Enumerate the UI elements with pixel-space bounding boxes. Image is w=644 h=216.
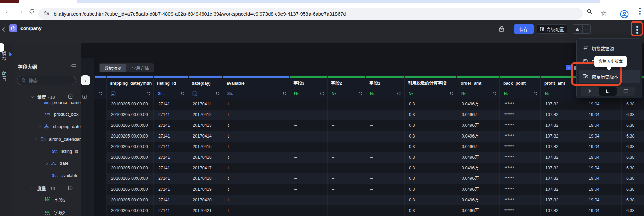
- column-header[interactable]: [94, 75, 107, 99]
- column-header[interactable]: order_amt№: [457, 75, 500, 99]
- table-cell: –: [366, 184, 405, 195]
- search-placeholder: 搜索: [29, 77, 38, 84]
- column-header[interactable]: 字段1№: [366, 75, 405, 99]
- column-settings-gear-icon[interactable]: [320, 92, 324, 95]
- column-settings-gear-icon[interactable]: [181, 92, 184, 95]
- theme-dark-moon-icon[interactable]: [599, 87, 617, 96]
- column-settings-gear-icon[interactable]: [99, 92, 102, 95]
- reload-icon[interactable]: [29, 8, 35, 16]
- expand-add-icon[interactable]: [82, 94, 87, 100]
- browser-menu-kebab-icon[interactable]: •••: [639, 7, 641, 15]
- row-gutter-cell: [94, 184, 107, 195]
- batch-edit-icon[interactable]: [68, 94, 73, 99]
- table-cell: 6.38: [622, 205, 644, 216]
- measure-group[interactable]: 度量 · 10: [12, 183, 81, 193]
- vertical-tab-config[interactable]: 配置: [1, 71, 7, 82]
- table-cell: 6.38: [622, 163, 644, 173]
- field-shipping-date[interactable]: shipping_date: [12, 121, 81, 132]
- field-zd3[interactable]: №字段3: [12, 194, 81, 205]
- dimension-group[interactable]: 维度 · 18: [12, 91, 81, 102]
- group-label: 维度 · 18: [37, 93, 55, 100]
- source-table-tab-icon: [41, 137, 46, 141]
- chevron-right-icon[interactable]: [38, 125, 41, 128]
- column-settings-gear-icon[interactable]: [534, 92, 537, 95]
- lock-icon[interactable]: [498, 26, 505, 34]
- table-cell: 20100205 00:00:00: [107, 184, 154, 195]
- chevron-right-icon[interactable]: [45, 161, 48, 165]
- save-button[interactable]: 保存: [514, 24, 534, 34]
- panel-expand-arrow-icon[interactable]: [9, 52, 12, 57]
- row-gutter-cell: [94, 99, 107, 110]
- collapsed-panel-tab[interactable]: [0, 43, 4, 52]
- theme-light-sun-icon[interactable]: [581, 87, 599, 96]
- tab-data-preview[interactable]: 数据预览: [100, 64, 126, 72]
- calendar-icon: [111, 91, 116, 96]
- back-arrow-icon[interactable]: ←: [5, 3, 11, 20]
- bookmark-star-icon[interactable]: ☆: [601, 5, 607, 22]
- column-settings-gear-icon[interactable]: [493, 92, 496, 95]
- search-input[interactable]: 搜索: [17, 76, 76, 85]
- screenshot-root: ← → bi.aliyun.com/cube.htm?cube_id=a7e5a…: [0, 0, 644, 216]
- chevron-down-icon[interactable]: [35, 137, 38, 140]
- table-cell: 19.04: [584, 195, 622, 205]
- chevron-down-icon[interactable]: [583, 25, 590, 33]
- column-settings-gear-icon[interactable]: [397, 92, 401, 95]
- table-cell: 107.82: [541, 205, 584, 216]
- column-header[interactable]: date(day): [188, 75, 223, 99]
- table-cell: 6.38: [622, 120, 644, 131]
- field-date[interactable]: date: [12, 158, 81, 169]
- column-header[interactable]: shipping_date(ymdhms): [107, 75, 154, 99]
- column-header[interactable]: availableStr.: [223, 75, 290, 99]
- table-cell: 20100205 00:00:00: [107, 99, 154, 110]
- column-settings-gear-icon[interactable]: [450, 92, 453, 95]
- column-settings-gear-icon[interactable]: [359, 92, 362, 95]
- table-cell: –: [328, 142, 366, 152]
- chevron-down-icon[interactable]: [31, 95, 35, 98]
- forward-arrow-icon[interactable]: →: [17, 3, 24, 20]
- column-header[interactable]: 字段3№: [290, 75, 328, 99]
- zoom-out-icon[interactable]: [587, 9, 592, 16]
- batch-edit-icon[interactable]: [68, 186, 73, 190]
- column-header[interactable]: listing_idStr.: [154, 75, 188, 99]
- back-chevron-icon[interactable]: [2, 27, 7, 32]
- field-airbnb-calendar[interactable]: airbnb_calendar: [12, 133, 81, 144]
- profile-avatar[interactable]: [620, 10, 629, 20]
- field-label: product_box: [54, 112, 79, 117]
- url-bar[interactable]: bi.aliyun.com/cube.htm?cube_id=a7e5aafb-…: [38, 8, 583, 20]
- table-cell: t: [223, 131, 290, 142]
- column-header[interactable]: back_point№: [500, 75, 541, 99]
- column-name: order_amt: [461, 78, 498, 88]
- column-header[interactable]: 引用脱敏的计算字段№: [405, 75, 457, 99]
- table-cell: –: [328, 131, 366, 142]
- measure-type-icon: №: [45, 210, 50, 215]
- field-product-box[interactable]: Str.product_box: [12, 109, 81, 119]
- site-settings-icon[interactable]: [44, 10, 50, 17]
- column-header[interactable]: 字段2№: [328, 75, 366, 99]
- tab-field-detail[interactable]: 字段详情: [127, 64, 154, 72]
- table-row: 20100205 00:00:002714120170420t–––0.30.0…: [94, 195, 644, 205]
- table-cell: 6.38: [622, 110, 644, 120]
- sidebar-collapse-handle[interactable]: ‹: [81, 75, 90, 85]
- table-cell: 27141: [154, 163, 188, 173]
- table-cell: t: [223, 173, 290, 184]
- collapse-list-icon[interactable]: [70, 64, 76, 70]
- table-cell: 0.0496万: [457, 152, 500, 163]
- string-type-icon: Str.: [45, 112, 51, 116]
- menu-item-switch-datasource[interactable]: 切换数据源: [579, 42, 640, 54]
- field-zd2[interactable]: №字段2: [12, 206, 81, 216]
- field-available[interactable]: Str.available: [12, 170, 81, 181]
- table-cell: 19.04: [584, 120, 622, 131]
- vertical-tab-model[interactable]: 模型: [1, 51, 7, 63]
- advanced-config-button[interactable]: 高级配置: [537, 24, 567, 34]
- field-listing-id[interactable]: Str.listing_id: [12, 146, 81, 157]
- column-settings-gear-icon[interactable]: [283, 92, 286, 95]
- column-settings-gear-icon[interactable]: [216, 92, 219, 95]
- chevron-down-icon[interactable]: [31, 186, 35, 189]
- bar-chart-icon[interactable]: [573, 25, 583, 33]
- table-cell: 6.38: [622, 142, 644, 152]
- column-settings-gear-icon[interactable]: [147, 92, 150, 95]
- header-divider: [509, 25, 509, 33]
- table-cell: –: [366, 205, 405, 216]
- theme-auto-monitor-icon[interactable]: [617, 87, 635, 96]
- tooltip-text: 恢复历史版本: [598, 58, 623, 64]
